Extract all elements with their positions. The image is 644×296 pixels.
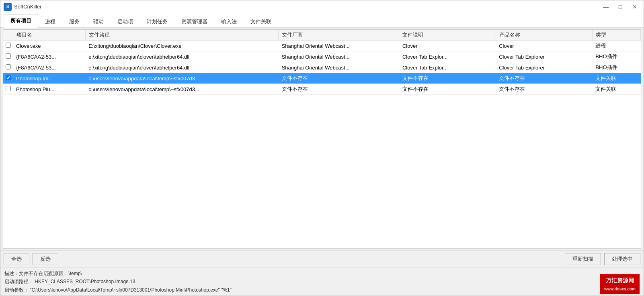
col-header-vendor: 文件厂商 — [279, 30, 399, 41]
row-product: 文件不存在 — [496, 73, 592, 84]
status-line1: 描述：文件不存在 匹配原因：\temp\ — [4, 269, 640, 278]
watermark-top: 万汇资源网 — [606, 276, 634, 286]
row-path: e:\xitong\duobiaoqian\clover\tabhelper64… — [85, 51, 278, 62]
tab-startup[interactable]: 启动项 — [111, 15, 140, 28]
row-type: BHO插件 — [592, 62, 640, 73]
row-type: 文件关联 — [592, 73, 640, 84]
row-vendor: Shanghai Oriental Webcast... — [279, 41, 399, 51]
col-header-name: 项目名 — [13, 30, 85, 41]
main-content: 项目名 文件路径 文件厂商 文件说明 产品名称 类型 Clover.exeE:\… — [3, 29, 641, 249]
table-row[interactable]: {F8A6CAA2-53...e:\xitong\duobiaoqian\clo… — [3, 51, 641, 62]
tab-resource-manager[interactable]: 资源管理器 — [174, 15, 214, 28]
row-path: E:\xitong\duobiaoqian\Clover\Clover.exe — [85, 41, 278, 51]
row-desc: Clover — [399, 41, 496, 51]
col-header-check — [3, 30, 13, 41]
table-row[interactable]: {F8A6CAA2-53...e:\xitong\duobiaoqian\clo… — [3, 62, 641, 73]
row-vendor: Shanghai Oriental Webcast... — [279, 62, 399, 73]
table-body: Clover.exeE:\xitong\duobiaoqian\Clover\C… — [3, 41, 641, 95]
table-header-row: 项目名 文件路径 文件厂商 文件说明 产品名称 类型 — [3, 30, 641, 41]
row-checkbox-cell[interactable] — [3, 73, 13, 84]
table-row[interactable]: Photoshop.Im...c:\users\lenovo\appdata\l… — [3, 73, 641, 84]
row-desc: Clover Tab Explor... — [399, 62, 496, 73]
table-container[interactable]: 项目名 文件路径 文件厂商 文件说明 产品名称 类型 Clover.exeE:\… — [3, 30, 641, 248]
title-bar: S SoftCnKiller — □ ✕ — [0, 0, 644, 13]
row-checkbox[interactable] — [6, 53, 11, 59]
row-checkbox[interactable] — [6, 43, 11, 48]
row-name: Photoshop.Plu... — [13, 84, 85, 95]
row-vendor: Shanghai Oriental Webcast... — [279, 51, 399, 62]
logo-text: S — [6, 4, 9, 9]
col-header-path: 文件路径 — [85, 30, 278, 41]
items-table: 项目名 文件路径 文件厂商 文件说明 产品名称 类型 Clover.exeE:\… — [3, 30, 641, 95]
watermark-bottom: www.dosxs.com — [604, 286, 636, 292]
app-logo: S — [4, 3, 12, 11]
row-type: 文件关联 — [592, 84, 640, 95]
tab-service[interactable]: 服务 — [62, 15, 86, 28]
row-checkbox[interactable] — [6, 86, 11, 91]
close-button[interactable]: ✕ — [629, 3, 640, 11]
table-row[interactable]: Clover.exeE:\xitong\duobiaoqian\Clover\C… — [3, 41, 641, 51]
title-bar-left: S SoftCnKiller — [4, 3, 42, 11]
maximize-button[interactable]: □ — [615, 3, 626, 11]
row-vendor: 文件不存在 — [279, 84, 399, 95]
row-checkbox-cell[interactable] — [3, 84, 13, 95]
row-checkbox[interactable] — [6, 64, 11, 69]
select-all-button[interactable]: 全选 — [4, 253, 29, 265]
row-path: c:\users\lenovo\appdata\local\temp\~sfx0… — [85, 73, 278, 84]
right-buttons: 重新扫描 处理选中 — [565, 253, 640, 265]
row-product: Clover Tab Explorer — [496, 51, 592, 62]
col-header-desc: 文件说明 — [399, 30, 496, 41]
tab-driver[interactable]: 驱动 — [86, 15, 111, 28]
row-product: Clover Tab Explorer — [496, 62, 592, 73]
window-controls: — □ ✕ — [600, 3, 640, 11]
row-checkbox-cell[interactable] — [3, 51, 13, 62]
tab-file-association[interactable]: 文件关联 — [244, 15, 278, 28]
minimize-button[interactable]: — — [600, 3, 611, 11]
row-checkbox-cell[interactable] — [3, 41, 13, 51]
row-desc: 文件不存在 — [399, 73, 496, 84]
row-name: {F8A6CAA2-53... — [13, 51, 85, 62]
row-checkbox-cell[interactable] — [3, 62, 13, 73]
row-name: Photoshop.Im... — [13, 73, 85, 84]
app-title: SoftCnKiller — [14, 4, 42, 10]
col-header-product: 产品名称 — [496, 30, 592, 41]
row-type: BHO插件 — [592, 51, 640, 62]
tab-bar: 所有项目 进程 服务 驱动 启动项 计划任务 资源管理器 输入法 文件关联 — [0, 13, 644, 28]
bottom-bar: 全选 反选 重新扫描 处理选中 — [0, 250, 644, 267]
row-desc: 文件不存在 — [399, 84, 496, 95]
status-line3: 启动参数： "C:\Users\lenovo\AppData\Local\Tem… — [4, 286, 640, 294]
rescan-button[interactable]: 重新扫描 — [565, 253, 601, 265]
process-button[interactable]: 处理选中 — [604, 253, 640, 265]
main-window: S SoftCnKiller — □ ✕ 所有项目 进程 服务 驱动 启动项 计… — [0, 0, 644, 296]
row-type: 进程 — [592, 41, 640, 51]
row-desc: Clover Tab Explor... — [399, 51, 496, 62]
col-header-type: 类型 — [592, 30, 640, 41]
tab-input-method[interactable]: 输入法 — [214, 15, 244, 28]
invert-button[interactable]: 反选 — [33, 253, 58, 265]
row-name: {F8A6CAA2-53... — [13, 62, 85, 73]
row-checkbox[interactable] — [6, 75, 11, 80]
status-bar: 描述：文件不存在 匹配原因：\temp\ 启动项路径： HKEY_CLASSES… — [0, 267, 644, 296]
watermark: 万汇资源网 www.dosxs.com — [600, 274, 640, 294]
tab-scheduled-task[interactable]: 计划任务 — [140, 15, 174, 28]
row-vendor: 文件不存在 — [279, 73, 399, 84]
status-line2: 启动项路径： HKEY_CLASSES_ROOT\Photoshop.Image… — [4, 278, 640, 286]
tab-all-items[interactable]: 所有项目 — [4, 14, 38, 28]
row-path: c:\users\lenovo\appdata\local\temp\~sfx0… — [85, 84, 278, 95]
row-product: Clover — [496, 41, 592, 51]
tab-process[interactable]: 进程 — [38, 15, 62, 28]
row-path: e:\xitong\duobiaoqian\clover\tabhelper64… — [85, 62, 278, 73]
row-name: Clover.exe — [13, 41, 85, 51]
row-product: 文件不存在 — [496, 84, 592, 95]
table-row[interactable]: Photoshop.Plu...c:\users\lenovo\appdata\… — [3, 84, 641, 95]
